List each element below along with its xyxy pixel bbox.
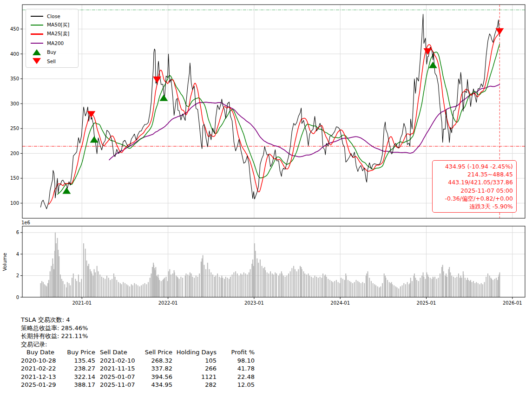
legend-label: MA200 xyxy=(47,40,64,46)
svg-text:Volume: Volume xyxy=(2,253,7,271)
trade-cell: 388.17 xyxy=(58,381,95,389)
trade-cell: 268.32 xyxy=(139,357,172,365)
col-header-buy-price: Buy Price xyxy=(58,348,95,357)
trade-cell: 322.14 xyxy=(58,373,95,381)
trade-cell: 2025-01-07 xyxy=(95,373,139,381)
annotation-streak: 连跌3天 -5.90% xyxy=(436,202,513,210)
trade-cell: 337.82 xyxy=(139,364,172,373)
annotation-ma-values: 443.19/421.05/337.86 xyxy=(436,178,513,186)
ma50-line-swatch xyxy=(30,25,44,26)
annotation-price-change: 434.95 (-10.94 -2.45%) xyxy=(436,163,513,170)
figure: 2021-012022-012023-012024-012025-012026-… xyxy=(0,0,532,397)
legend-label: Buy xyxy=(47,49,56,55)
legend-label: Sell xyxy=(47,59,56,64)
trade-cell: 2021-02-22 xyxy=(21,364,58,373)
svg-text:2: 2 xyxy=(16,273,19,278)
svg-text:400: 400 xyxy=(10,52,19,57)
trade-cell: 266 xyxy=(172,364,217,373)
summary-hold-return: 长期持有收益: 221.11% xyxy=(21,332,255,340)
svg-text:450: 450 xyxy=(10,26,19,32)
quote-annotation: 434.95 (-10.94 -2.45%) 214.35~488.45 443… xyxy=(432,160,517,213)
trade-cell: 2025-01-29 xyxy=(21,381,58,389)
chart-legend: Close MA50[买] MA25[卖] MA200 Buy Sell xyxy=(26,9,79,68)
trade-cell: 105 xyxy=(172,357,217,365)
annotation-datetime: 2025-11-07 05:00 xyxy=(436,187,513,195)
trade-cell: 434.95 xyxy=(139,381,172,389)
trade-cell: 41.78 xyxy=(217,364,255,373)
buy-triangle-icon xyxy=(30,49,44,55)
summary-trade-count: TSLA 交易次数: 4 xyxy=(21,316,255,324)
trade-cell: 135.45 xyxy=(58,357,95,365)
trade-cell: 1121 xyxy=(172,373,217,381)
trade-cell: 2025-11-07 xyxy=(95,381,139,389)
svg-text:1e6: 1e6 xyxy=(21,220,30,225)
svg-text:100: 100 xyxy=(10,201,19,206)
legend-item-ma25: MA25[卖] xyxy=(30,30,74,39)
close-line-swatch xyxy=(30,16,44,17)
annotation-range: 214.35~488.45 xyxy=(436,170,513,178)
summary-strategy-return: 策略总收益率: 285.46% xyxy=(21,324,255,332)
trade-cell: 238.27 xyxy=(58,364,95,373)
svg-text:150: 150 xyxy=(10,176,19,181)
ma25-line-swatch xyxy=(30,33,44,34)
trades-table: Buy Date Buy Price Sell Date Sell Price … xyxy=(21,348,255,389)
legend-item-sell: Sell xyxy=(30,57,74,65)
svg-text:2022-01: 2022-01 xyxy=(158,300,178,306)
svg-text:350: 350 xyxy=(10,76,19,81)
price-volume-chart: 2021-012022-012023-012024-012025-012026-… xyxy=(0,0,532,312)
svg-text:4: 4 xyxy=(16,252,19,257)
trade-cell: 98.10 xyxy=(217,357,255,365)
legend-label: Close xyxy=(47,13,60,19)
legend-label: MA25[卖] xyxy=(47,31,69,37)
strategy-summary: TSLA 交易次数: 4 策略总收益率: 285.46% 长期持有收益: 221… xyxy=(21,316,255,389)
svg-text:0: 0 xyxy=(16,295,19,300)
ma200-line-swatch xyxy=(30,43,44,44)
legend-item-buy: Buy xyxy=(30,48,74,57)
svg-text:200: 200 xyxy=(10,151,19,156)
col-header-buy-date: Buy Date xyxy=(21,348,58,357)
svg-text:250: 250 xyxy=(10,126,19,131)
trade-cell: 2020-10-28 xyxy=(21,357,58,365)
legend-item-ma50: MA50[买] xyxy=(30,20,74,29)
svg-text:2026-01: 2026-01 xyxy=(503,300,522,306)
annotation-indicators: -0.36/偏空/+0.82/+0.00 xyxy=(436,195,513,202)
col-header-profit: Profit % xyxy=(217,348,255,357)
sell-triangle-icon xyxy=(30,58,44,64)
col-header-holding-days: Holding Days xyxy=(172,348,217,357)
trade-cell: 12.05 xyxy=(217,381,255,389)
trade-cell: 394.56 xyxy=(139,373,172,381)
trade-cell: 22.48 xyxy=(217,373,255,381)
svg-text:2023-01: 2023-01 xyxy=(244,300,264,306)
col-header-sell-price: Sell Price xyxy=(139,348,172,357)
svg-text:6: 6 xyxy=(16,230,19,235)
svg-text:2025-01: 2025-01 xyxy=(417,300,436,306)
trade-cell: 282 xyxy=(172,381,217,389)
trade-cell: 2021-11-15 xyxy=(95,364,139,373)
trade-cell: 2021-02-10 xyxy=(95,357,139,365)
svg-text:300: 300 xyxy=(10,101,19,106)
legend-item-close: Close xyxy=(30,12,74,20)
svg-text:2021-01: 2021-01 xyxy=(72,300,92,306)
trade-cell: 2021-12-13 xyxy=(21,373,58,381)
summary-trades-title: 交易记录: xyxy=(21,340,255,349)
legend-label: MA50[买] xyxy=(47,22,69,28)
col-header-sell-date: Sell Date xyxy=(95,348,139,357)
legend-item-ma200: MA200 xyxy=(30,39,74,47)
svg-text:2024-01: 2024-01 xyxy=(330,300,350,306)
